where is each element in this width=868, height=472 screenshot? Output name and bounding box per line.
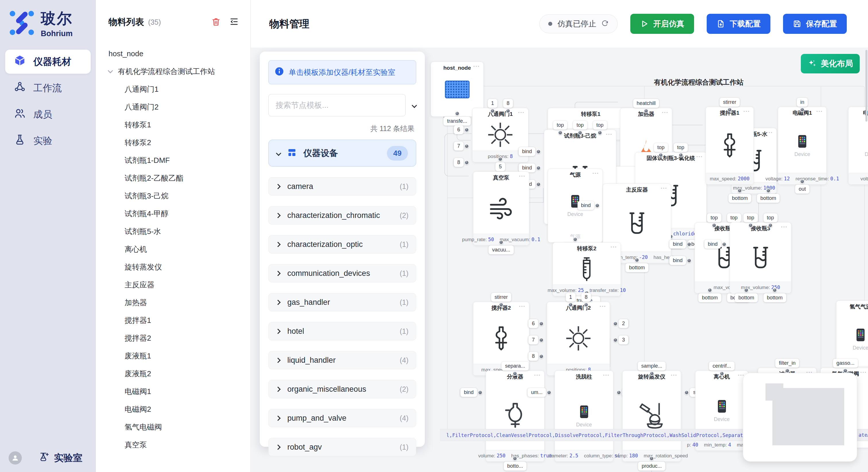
port-chip[interactable]: bind — [578, 201, 594, 210]
minimap[interactable] — [743, 373, 857, 462]
template-item-liquid_handler[interactable]: liquid_handler(4) — [268, 351, 416, 369]
port-dot-icon[interactable] — [536, 166, 541, 170]
tree-item[interactable]: 电磁阀2 — [96, 400, 250, 418]
port-dot-icon[interactable] — [568, 303, 573, 307]
node-port[interactable]: 3 — [613, 336, 628, 344]
canvas-node[interactable]: 旋转蒸发仪•••temp: 180max_rotation_speedsampl… — [622, 370, 681, 462]
node-port[interactable]: bind — [578, 201, 600, 210]
port-chip[interactable]: stirrer — [491, 293, 511, 302]
node-port[interactable]: bottom — [728, 189, 751, 203]
node-port[interactable]: in — [797, 98, 808, 112]
template-item-pump_and_valve[interactable]: pump_and_valve(4) — [268, 409, 416, 427]
tree-item[interactable]: 氢气电磁阀 — [96, 418, 250, 436]
node-port[interactable]: 2 — [613, 319, 628, 328]
template-item-hotel[interactable]: hotel(1) — [268, 322, 416, 340]
port-chip[interactable]: top — [707, 213, 721, 222]
node-menu-icon[interactable]: ••• — [603, 373, 610, 377]
tree-item[interactable]: 电磁阀1 — [96, 382, 250, 400]
port-dot-icon[interactable] — [785, 369, 789, 373]
port-chip[interactable]: gasso... — [833, 359, 858, 368]
tree-item[interactable]: 主反应器 — [96, 276, 250, 294]
node-port[interactable]: 7 — [528, 336, 544, 344]
node-port[interactable]: filter_in — [775, 359, 799, 373]
port-dot-icon[interactable] — [617, 390, 621, 395]
canvas-node[interactable]: 分液器•••volume: 250has_phases: truesepara.… — [486, 370, 545, 462]
canvas-node[interactable]: 真空泵•••pump_rate: 50max_vacuum: 0.1vacuu.… — [473, 171, 529, 245]
port-dot-icon[interactable] — [679, 153, 683, 158]
port-dot-icon[interactable] — [558, 131, 563, 135]
tree-item[interactable]: 搅拌器1 — [96, 311, 250, 329]
port-dot-icon[interactable] — [613, 322, 618, 326]
node-port[interactable]: top — [553, 121, 567, 135]
port-chip[interactable]: heatchill — [633, 99, 659, 108]
port-dot-icon[interactable] — [499, 240, 503, 245]
port-dot-icon[interactable] — [513, 456, 517, 461]
port-chip[interactable]: 3 — [619, 336, 628, 344]
port-dot-icon[interactable] — [644, 109, 648, 113]
tree-group-workstation[interactable]: 有机化学流程综合测试工作站 — [96, 63, 250, 80]
tree-item[interactable]: 离心机 — [96, 240, 250, 258]
port-chip[interactable]: 6 — [528, 319, 538, 328]
node-port[interactable]: 8 — [581, 293, 591, 307]
download-config-button[interactable]: 下载配置 — [707, 14, 770, 34]
template-item-camera[interactable]: camera(1) — [268, 177, 416, 196]
port-chip[interactable]: 5 — [495, 162, 505, 171]
port-dot-icon[interactable] — [499, 303, 503, 307]
node-port[interactable]: bind — [460, 388, 483, 397]
canvas-node[interactable]: 八通阀门2•••positions: 8185467823 — [547, 302, 610, 376]
port-dot-icon[interactable] — [539, 322, 544, 326]
canvas-node[interactable]: 电磁阀1•••Devicevoltage: 12response_time: 0… — [778, 107, 827, 185]
port-dot-icon[interactable] — [598, 131, 602, 135]
tree-item[interactable]: 旋转蒸发仪 — [96, 258, 250, 276]
port-dot-icon[interactable] — [539, 354, 544, 359]
node-port[interactable]: bottom — [625, 258, 648, 272]
canvas-node[interactable]: 洗脱柱•••Devicediameter: 2.5column_type: si… — [555, 370, 613, 462]
node-port[interactable]: centrif... — [709, 362, 734, 376]
port-dot-icon[interactable] — [513, 371, 517, 376]
port-dot-icon[interactable] — [595, 203, 600, 208]
template-item-communication_devices[interactable]: communication_devices(1) — [268, 264, 416, 282]
port-dot-icon[interactable] — [800, 179, 805, 184]
tree-item[interactable]: 搅拌器2 — [96, 329, 250, 347]
node-port[interactable]: bottom — [764, 288, 786, 302]
port-chip[interactable]: 1 — [566, 293, 576, 302]
node-port[interactable]: top — [674, 143, 688, 158]
port-dot-icon[interactable] — [584, 303, 588, 307]
node-menu-icon[interactable]: ••• — [661, 186, 668, 191]
port-chip[interactable]: 7 — [528, 336, 538, 344]
node-menu-icon[interactable]: ••• — [766, 131, 773, 135]
node-menu-icon[interactable]: ••• — [519, 174, 526, 178]
node-port[interactable]: sample... — [638, 362, 665, 376]
port-chip[interactable]: um... — [528, 388, 546, 397]
tree-item[interactable]: 八通阀门2 — [96, 98, 250, 116]
node-port[interactable]: bind — [670, 240, 691, 248]
port-chip[interactable]: bottom — [764, 293, 786, 302]
port-dot-icon[interactable] — [536, 182, 541, 187]
canvas-scrollbar[interactable] — [865, 50, 867, 122]
node-port[interactable]: top — [593, 121, 607, 135]
template-item-characterization_chromatic[interactable]: characterization_chromatic(2) — [268, 206, 416, 225]
node-port[interactable]: bottom — [757, 189, 780, 203]
node-port[interactable]: bind — [704, 240, 726, 248]
save-config-button[interactable]: 保存配置 — [783, 14, 847, 34]
node-port[interactable]: bind — [519, 164, 541, 172]
tree-item[interactable]: 试剂瓶1-DMF — [96, 151, 250, 169]
port-dot-icon[interactable] — [464, 128, 469, 132]
port-dot-icon[interactable] — [768, 223, 773, 228]
port-dot-icon[interactable] — [536, 149, 541, 154]
port-dot-icon[interactable] — [727, 107, 732, 112]
sidebar-item-仪器耗材[interactable]: 仪器耗材 — [5, 49, 91, 74]
beautify-layout-button[interactable]: 美化布局 — [801, 54, 860, 73]
sidebar-item-成员[interactable]: 成员 — [5, 102, 91, 127]
port-chip[interactable]: 1 — [488, 99, 497, 108]
port-chip[interactable]: 8 — [454, 158, 464, 167]
port-dot-icon[interactable] — [634, 258, 639, 262]
port-dot-icon[interactable] — [737, 189, 742, 193]
node-port[interactable]: top — [707, 213, 721, 228]
port-chip[interactable]: transfe... — [443, 117, 470, 126]
port-chip[interactable]: bottom — [735, 293, 757, 302]
node-port[interactable]: top — [764, 213, 778, 228]
sidebar-item-工作流[interactable]: 工作流 — [5, 76, 91, 100]
port-chip[interactable]: filter_in — [775, 359, 799, 368]
node-port[interactable]: 1 — [566, 293, 576, 307]
